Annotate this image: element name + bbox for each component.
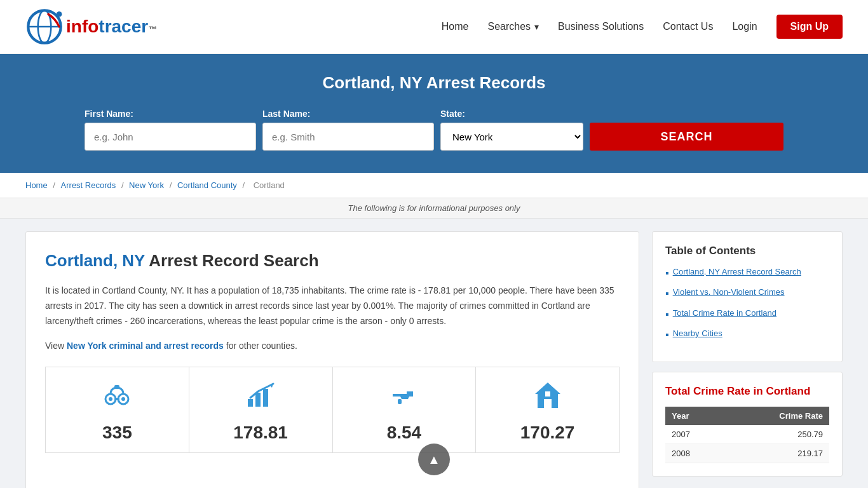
heading-rest: Arrest Record Search (145, 251, 319, 270)
last-name-group: Last Name: (262, 109, 434, 151)
state-label: State: (440, 109, 583, 119)
toc-link-0[interactable]: Cortland, NY Arrest Record Search (673, 266, 801, 278)
rate-2007: 250.79 (724, 425, 829, 444)
nav-home[interactable]: Home (442, 21, 469, 32)
scroll-up-icon: ▲ (428, 452, 440, 467)
main-nav: Home Searches Business Solutions Contact… (442, 15, 843, 39)
content-left: Cortland, NY Arrest Record Search It is … (25, 231, 639, 488)
toc-item-3: ▪ Nearby Cities (665, 328, 829, 342)
toc-item-1: ▪ Violent vs. Non-Violent Crimes (665, 287, 829, 301)
state-group: State: New York (440, 109, 583, 151)
toc-title: Table of Contents (665, 245, 829, 257)
svg-rect-11 (255, 393, 261, 407)
gun-icon (389, 380, 419, 416)
banner-title: Cortland, NY Arrest Records (25, 73, 843, 93)
stats-row: 335 178.81 (45, 367, 620, 453)
violent-value: 8.54 (387, 423, 422, 443)
search-form: First Name: Last Name: State: New York S… (85, 109, 783, 151)
stat-arrests: 335 (46, 367, 189, 452)
arrests-value: 335 (102, 423, 132, 443)
searches-chevron-icon (533, 21, 539, 32)
breadcrumb-new-york[interactable]: New York (129, 180, 164, 190)
nav-contact[interactable]: Contact Us (663, 21, 713, 32)
logo: infotracer™ (25, 8, 157, 46)
ny-records-link[interactable]: New York criminal and arrest records (67, 341, 224, 351)
col-year: Year (665, 407, 724, 425)
toc-link-3[interactable]: Nearby Cities (673, 328, 722, 339)
first-name-input[interactable] (85, 123, 256, 151)
svg-point-7 (121, 397, 125, 401)
breadcrumb: Home / Arrest Records / New York / Cortl… (0, 173, 868, 198)
breadcrumb-county[interactable]: Cortland County (177, 180, 237, 190)
svg-rect-16 (544, 399, 552, 408)
nav-business[interactable]: Business Solutions (558, 21, 644, 32)
table-row: 2007 250.79 (665, 425, 829, 444)
crime-rate-table: Year Crime Rate 2007 250.79 2008 219.17 (665, 407, 829, 463)
col-rate: Crime Rate (724, 407, 829, 425)
state-select[interactable]: New York (440, 123, 583, 151)
svg-rect-12 (263, 389, 268, 407)
toc-item-2: ▪ Total Crime Rate in Cortland (665, 308, 829, 322)
crime-rate-title: Total Crime Rate in Cortland (665, 385, 829, 398)
rate-2008: 219.17 (724, 444, 829, 463)
house-icon (532, 380, 563, 416)
year-2007: 2007 (665, 425, 724, 444)
breadcrumb-city: Cortland (254, 180, 285, 190)
last-name-label: Last Name: (262, 109, 434, 119)
search-banner: Cortland, NY Arrest Records First Name: … (0, 54, 868, 173)
nav-searches[interactable]: Searches (487, 21, 539, 32)
toc-box: Table of Contents ▪ Cortland, NY Arrest … (652, 231, 843, 362)
svg-point-3 (57, 11, 62, 17)
nav-login[interactable]: Login (732, 21, 757, 32)
breadcrumb-arrest-records[interactable]: Arrest Records (61, 180, 116, 190)
toc-link-1[interactable]: Violent vs. Non-Violent Crimes (673, 287, 785, 298)
crime-rate-value: 178.81 (233, 423, 288, 443)
header: infotracer™ Home Searches Business Solut… (0, 0, 868, 54)
content-right: Table of Contents ▪ Cortland, NY Arrest … (652, 231, 843, 488)
toc-link-2[interactable]: Total Crime Rate in Cortland (673, 308, 776, 319)
chart-icon (245, 380, 276, 416)
main-description: It is located in Cortland County, NY. It… (45, 283, 620, 329)
stat-crime-rate: 178.81 (189, 367, 333, 452)
year-2008: 2008 (665, 444, 724, 463)
toc-item-0: ▪ Cortland, NY Arrest Record Search (665, 266, 829, 280)
first-name-label: First Name: (85, 109, 256, 119)
breadcrumb-home[interactable]: Home (25, 180, 48, 190)
svg-rect-14 (398, 399, 402, 404)
svg-rect-17 (545, 391, 550, 396)
table-row: 2008 219.17 (665, 444, 829, 463)
svg-point-5 (109, 397, 112, 401)
first-name-group: First Name: (85, 109, 256, 151)
stat-property: 170.27 (476, 367, 619, 452)
svg-rect-10 (248, 399, 253, 407)
stat-violent: 8.54 (333, 367, 477, 452)
county-link-line: View New York criminal and arrest record… (45, 339, 620, 354)
svg-rect-8 (114, 398, 119, 400)
heading-blue: Cortland, NY (45, 251, 145, 270)
signup-button[interactable]: Sign Up (776, 15, 843, 39)
handcuffs-icon (102, 380, 132, 416)
svg-rect-9 (114, 385, 119, 389)
logo-icon (25, 8, 64, 46)
logo-text: infotracer™ (66, 17, 157, 37)
info-bar: The following is for informational purpo… (0, 198, 868, 219)
crime-rate-box: Total Crime Rate in Cortland Year Crime … (652, 372, 843, 477)
search-button[interactable]: SEARCH (590, 123, 783, 151)
property-value: 170.27 (520, 423, 575, 443)
page-heading: Cortland, NY Arrest Record Search (45, 251, 620, 271)
last-name-input[interactable] (262, 123, 434, 151)
scroll-up-button[interactable]: ▲ (418, 444, 450, 475)
